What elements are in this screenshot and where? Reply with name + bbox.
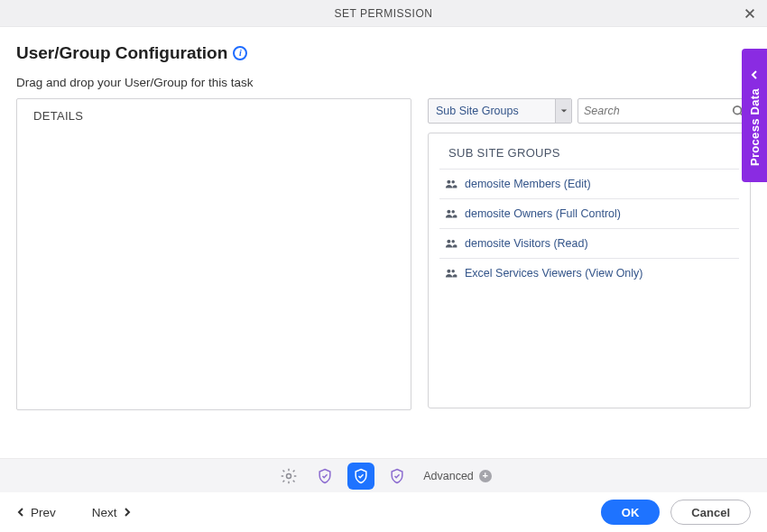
search-input[interactable] <box>584 105 732 117</box>
process-data-label: Process Data <box>748 88 762 166</box>
selector-column: Sub Site Groups SUB SITE GROUPS dem <box>428 98 751 408</box>
ok-button[interactable]: OK <box>601 500 661 525</box>
shield-icon-active[interactable] <box>347 463 374 490</box>
svg-point-4 <box>451 210 455 214</box>
close-icon[interactable] <box>742 5 758 22</box>
plus-icon: + <box>479 470 492 482</box>
chevron-left-icon <box>16 508 25 517</box>
shield-icon[interactable] <box>311 463 338 490</box>
list-item[interactable]: demosite Owners (Full Control) <box>439 198 739 228</box>
svg-point-8 <box>451 270 455 273</box>
content-area: User/Group Configuration i Drag and drop… <box>0 27 767 458</box>
set-permission-dialog: SET PERMISSION User/Group Configuration … <box>0 0 767 532</box>
chevron-down-icon <box>555 99 571 123</box>
svg-point-9 <box>287 473 291 478</box>
groups-panel: SUB SITE GROUPS demosite Members (Edit) … <box>428 133 751 408</box>
prev-label: Prev <box>31 506 56 519</box>
group-icon <box>445 268 457 279</box>
list-item[interactable]: Excel Services Viewers (View Only) <box>439 258 739 288</box>
list-item[interactable]: demosite Visitors (Read) <box>439 228 739 258</box>
list-item-label: demosite Owners (Full Control) <box>465 207 621 220</box>
advanced-label: Advanced <box>423 470 474 482</box>
advanced-link[interactable]: Advanced + <box>423 470 492 482</box>
step-toolbar: Advanced + <box>0 458 767 492</box>
info-icon[interactable]: i <box>233 46 247 60</box>
next-button[interactable]: Next <box>92 506 132 519</box>
page-title: User/Group Configuration <box>16 43 227 63</box>
svg-point-7 <box>447 270 450 273</box>
shield-icon[interactable] <box>384 463 411 490</box>
svg-point-1 <box>447 180 450 184</box>
group-icon <box>445 208 457 219</box>
chevron-right-icon <box>123 508 132 517</box>
svg-point-6 <box>451 240 455 243</box>
cancel-button[interactable]: Cancel <box>670 500 751 525</box>
search-box[interactable] <box>578 98 751 124</box>
svg-point-0 <box>734 106 742 115</box>
titlebar: SET PERMISSION <box>0 0 767 27</box>
groups-panel-heading: SUB SITE GROUPS <box>439 133 739 169</box>
group-icon <box>445 179 457 189</box>
gear-icon[interactable] <box>275 463 302 490</box>
list-item-label: Excel Services Viewers (View Only) <box>465 267 643 280</box>
svg-point-2 <box>451 180 455 184</box>
process-data-tab[interactable]: Process Data <box>742 49 767 182</box>
prev-button[interactable]: Prev <box>16 506 56 519</box>
group-icon <box>445 238 457 249</box>
group-type-dropdown[interactable]: Sub Site Groups <box>428 98 572 124</box>
instruction-text: Drag and drop your User/Group for this t… <box>16 76 751 89</box>
details-dropzone[interactable]: DETAILS <box>16 98 411 410</box>
nav-row: Prev Next OK Cancel <box>0 492 767 532</box>
list-item-label: demosite Members (Edit) <box>465 178 591 190</box>
dropdown-selected: Sub Site Groups <box>436 105 519 117</box>
chevron-left-icon <box>750 67 759 83</box>
list-item[interactable]: demosite Members (Edit) <box>439 169 739 198</box>
titlebar-title: SET PERMISSION <box>335 7 433 20</box>
svg-point-3 <box>447 210 450 214</box>
svg-point-5 <box>447 240 450 243</box>
details-header: DETAILS <box>17 99 411 133</box>
list-item-label: demosite Visitors (Read) <box>465 237 588 250</box>
next-label: Next <box>92 506 117 519</box>
